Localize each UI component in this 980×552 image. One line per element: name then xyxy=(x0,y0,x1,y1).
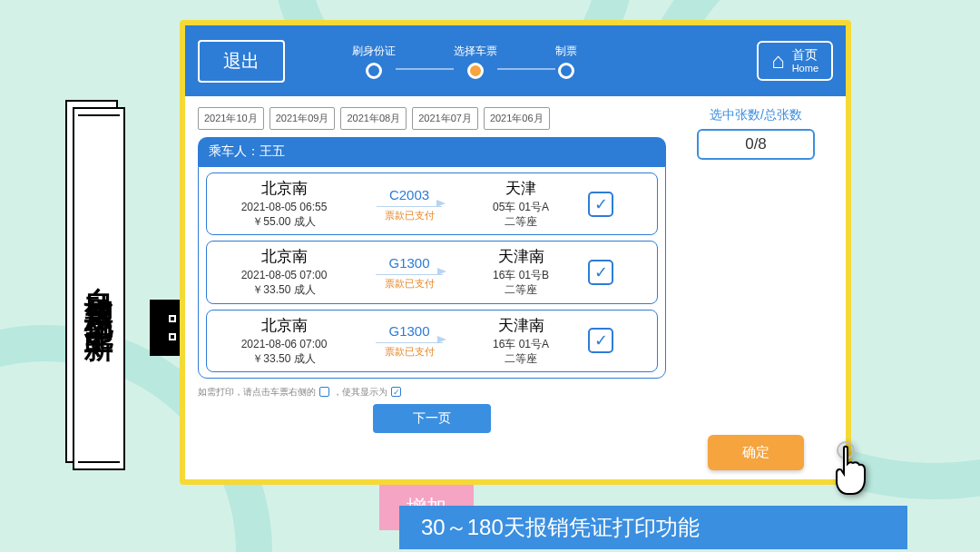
ticket-row[interactable]: 北京南 2021-08-05 06:55 ￥55.00 成人 C2003 票款已… xyxy=(206,172,658,235)
step-label: 刷身份证 xyxy=(352,44,396,59)
month-tab[interactable]: 2021年08月 xyxy=(340,107,407,130)
month-tabs: 2021年10月 2021年09月 2021年08月 2021年07月 2021… xyxy=(198,107,666,130)
content-area: 2021年10月 2021年09月 2021年08月 2021年07月 2021… xyxy=(185,96,846,479)
confirm-button[interactable]: 确定 xyxy=(708,435,804,470)
step-indicator: 刷身份证 选择车票 制票 xyxy=(352,44,577,79)
month-tab[interactable]: 2021年07月 xyxy=(412,107,478,130)
step-1: 刷身份证 xyxy=(352,44,396,79)
step-3: 制票 xyxy=(555,44,577,79)
next-page-button[interactable]: 下一页 xyxy=(373,404,491,433)
top-bar: 退出 刷身份证 选择车票 制票 ⌂ 首页 Home xyxy=(185,25,846,96)
ticket-checkbox[interactable]: ✓ xyxy=(588,260,613,285)
side-title: 自动售票机功能上新 xyxy=(73,107,125,470)
feature-banner: 30～180天报销凭证打印功能 xyxy=(399,506,907,549)
ticket-row[interactable]: 北京南 2021-08-06 07:00 ￥33.50 成人 G1300 票款已… xyxy=(206,310,658,372)
step-2: 选择车票 xyxy=(454,44,497,79)
step-connector xyxy=(497,68,555,70)
step-dot-icon xyxy=(366,63,382,79)
home-label: 首页 Home xyxy=(792,48,818,73)
passenger-header: 乘车人：王五 xyxy=(198,137,666,166)
home-icon: ⌂ xyxy=(771,48,785,74)
ticket-checkbox[interactable]: ✓ xyxy=(588,328,613,353)
month-tab[interactable]: 2021年06月 xyxy=(484,107,550,130)
step-connector xyxy=(396,68,454,70)
ticket-train: G1300 票款已支付 xyxy=(359,254,459,291)
exit-button[interactable]: 退出 xyxy=(198,40,285,83)
count-value: 0/8 xyxy=(697,129,815,160)
ticket-to: 天津 05车 01号A 二等座 xyxy=(466,179,575,229)
ticket-list: 北京南 2021-08-05 06:55 ￥55.00 成人 C2003 票款已… xyxy=(198,166,666,379)
ticket-from: 北京南 2021-08-05 06:55 ￥55.00 成人 xyxy=(216,179,352,229)
ticket-checkbox[interactable]: ✓ xyxy=(588,192,613,217)
month-tab[interactable]: 2021年10月 xyxy=(198,107,264,130)
count-label: 选中张数/总张数 xyxy=(710,107,802,123)
ticket-to: 天津南 16车 01号B 二等座 xyxy=(466,247,575,297)
ticket-from: 北京南 2021-08-06 07:00 ￥33.50 成人 xyxy=(216,316,352,366)
ticket-train: C2003 票款已支付 xyxy=(359,186,459,222)
step-dot-icon xyxy=(467,63,484,79)
ticket-from: 北京南 2021-08-05 07:00 ￥33.50 成人 xyxy=(216,247,352,297)
ticket-to: 天津南 16车 01号A 二等座 xyxy=(466,316,575,366)
hint-empty-checkbox-icon xyxy=(319,387,329,397)
home-button[interactable]: ⌂ 首页 Home xyxy=(757,41,833,81)
step-dot-icon xyxy=(558,63,574,79)
ticket-train: G1300 票款已支付 xyxy=(359,322,459,359)
kiosk-window: 退出 刷身份证 选择车票 制票 ⌂ 首页 Home 2021年10月 2021年… xyxy=(180,20,851,485)
month-tab[interactable]: 2021年09月 xyxy=(270,107,336,130)
ticket-row[interactable]: 北京南 2021-08-05 07:00 ￥33.50 成人 G1300 票款已… xyxy=(206,241,658,303)
hint-text: 如需打印，请点击车票右侧的 ，使其显示为 ✓ xyxy=(198,386,666,399)
step-label: 选择车票 xyxy=(454,44,497,59)
right-column: 选中张数/总张数 0/8 确定 xyxy=(679,107,833,470)
left-column: 2021年10月 2021年09月 2021年08月 2021年07月 2021… xyxy=(198,107,666,470)
step-label: 制票 xyxy=(555,44,577,59)
hint-checked-checkbox-icon: ✓ xyxy=(391,387,401,397)
